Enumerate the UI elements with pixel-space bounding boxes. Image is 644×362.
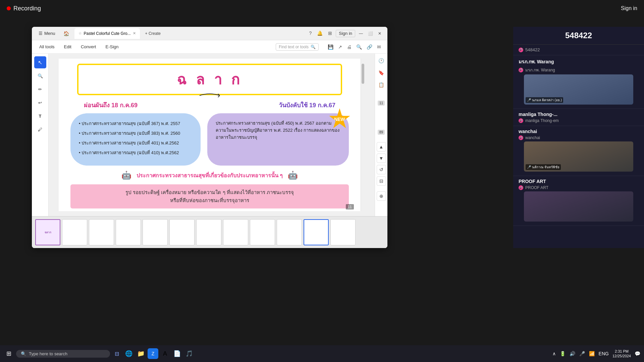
- strip-thumb-9[interactable]: [250, 219, 275, 245]
- new-tab-label: + Create: [145, 31, 161, 36]
- microphone-tray-icon[interactable]: 🎤: [578, 350, 586, 357]
- task-view-button[interactable]: ⊟: [111, 348, 122, 359]
- highlight-tool[interactable]: 🖊: [34, 123, 46, 135]
- bookmark-icon: ☆: [78, 31, 82, 36]
- search-placeholder: Find text or tools: [279, 45, 309, 49]
- slide-viewport: ฉ ล า ก ผ่อนผันถึง 18 ก.ค.69 วันบังคับใช…: [49, 54, 375, 216]
- tab-close-button[interactable]: ✕: [133, 31, 136, 36]
- mail-icon[interactable]: ✉: [376, 43, 382, 51]
- esign-button[interactable]: E-Sign: [103, 43, 120, 51]
- recording-label: Recording: [13, 5, 41, 12]
- file-explorer-button[interactable]: 📁: [136, 348, 146, 359]
- participant-count-number: 548422: [565, 31, 592, 40]
- refresh-button[interactable]: ↺: [377, 165, 386, 174]
- character-left-icon: 🤖: [121, 171, 131, 180]
- zoom-panel: 548422 🎤 548422 มรภ.กพ. Warang 🎤 มรภ.กพ.…: [513, 27, 644, 248]
- expand-tray-icon[interactable]: ∧: [551, 350, 557, 357]
- system-clock[interactable]: 2:31 PM 12/25/2024: [612, 349, 631, 359]
- menu-button[interactable]: ☰ Menu: [36, 29, 58, 37]
- share-icon[interactable]: ↗: [337, 43, 343, 51]
- warang-mic-icon: 🎤: [527, 98, 531, 102]
- zoom-out-button[interactable]: ⊟: [377, 176, 386, 186]
- right-box-text: ประกาศกระทรวงสาธารณสุข (ฉบับที่ 450) พ.ศ…: [216, 120, 340, 141]
- browser-titlebar: ☰ Menu 🏠 ☆ Pastel Colorful Cute Gro... ✕…: [32, 27, 387, 40]
- help-icon[interactable]: ?: [307, 30, 313, 37]
- mic-icon-manliga: 🎤: [519, 118, 523, 123]
- undo-tool[interactable]: ↩: [34, 97, 46, 109]
- all-tools-button[interactable]: All tools: [37, 43, 57, 51]
- minimize-button[interactable]: —: [357, 30, 365, 37]
- zoom-in-button[interactable]: ⊕: [377, 191, 386, 201]
- strip-thumb-6[interactable]: [169, 219, 195, 245]
- bullet-item-4: ประกาศกระทรวงสาธารณสุข (ฉบับที่ 410) พ.ศ…: [79, 149, 192, 156]
- print-icon[interactable]: 🖨: [346, 43, 353, 51]
- speaker-icon[interactable]: 🔊: [569, 350, 576, 357]
- maximize-button[interactable]: ⬜: [367, 30, 374, 37]
- date-new: วันบังคับใช้ 19 ก.ค.67: [279, 100, 335, 110]
- bell-icon[interactable]: 🔔: [315, 30, 324, 37]
- save-icon[interactable]: 💾: [327, 43, 334, 51]
- strip-thumb-4[interactable]: [116, 219, 141, 245]
- scroll-up-button[interactable]: ▲: [377, 142, 386, 152]
- slide-scrollbar[interactable]: [361, 59, 365, 211]
- character-right-icon: 🤖: [288, 171, 298, 180]
- strip-thumb-10[interactable]: [277, 219, 302, 245]
- store-button[interactable]: A: [160, 348, 170, 359]
- browser-sign-in[interactable]: Sign in: [336, 30, 355, 37]
- notification-icon[interactable]: 💬: [634, 350, 641, 357]
- dates-row: ผ่อนผันถึง 18 ก.ค.69 วันบังคับใช้ 19 ก.ค…: [64, 100, 356, 110]
- home-button[interactable]: 🏠: [61, 29, 72, 38]
- strip-thumb-5[interactable]: [143, 219, 168, 245]
- link-icon[interactable]: 🔗: [366, 43, 373, 51]
- find-text-search[interactable]: Find text or tools 🔍: [276, 43, 319, 51]
- left-cloud-box: ประกาศกระทรวงสาธารณสุข (ฉบับที่ 367) พ.ศ…: [70, 113, 201, 166]
- lang-icon[interactable]: ENG: [598, 350, 610, 357]
- sign-in-top-button[interactable]: Sign in: [621, 5, 637, 11]
- mic-icon-warang: 🎤: [519, 68, 523, 72]
- strip-thumb-7[interactable]: [196, 219, 221, 245]
- powerpoint-button[interactable]: 🎵: [184, 348, 195, 359]
- convert-button[interactable]: Convert: [79, 43, 98, 51]
- warang-sub: 🎤 มรภ.กพ. Warang: [519, 67, 639, 73]
- clock-time: 2:31 PM: [612, 349, 631, 354]
- strip-thumb-1[interactable]: ฉลาก: [35, 219, 60, 245]
- clock-icon[interactable]: 🕐: [376, 56, 386, 66]
- person-entry-proofart: PROOF ART 🎤 PROOF ART: [513, 176, 644, 226]
- network-icon[interactable]: 📶: [588, 350, 596, 357]
- strip-thumb-3[interactable]: [89, 219, 114, 245]
- apps-icon[interactable]: ⊞: [326, 30, 334, 37]
- proofart-section-title: PROOF ART: [519, 179, 639, 184]
- close-button[interactable]: ✕: [376, 30, 383, 37]
- search-tool[interactable]: 🔍: [34, 70, 46, 82]
- wanchai-sub-name: wanchai: [525, 135, 540, 140]
- taskbar-search[interactable]: 🔍 Type here to search: [16, 350, 110, 358]
- person-entry-wanchai: wanchai 🎤 wanchai 🎤 นส์กาณ จันทร์พิชัย: [513, 126, 644, 176]
- bookmark-panel-icon[interactable]: 🔖: [376, 68, 386, 78]
- select-tool[interactable]: ↖: [34, 56, 46, 68]
- strip-thumb-12[interactable]: [330, 219, 356, 245]
- scrollbar-thumb: [362, 64, 364, 84]
- battery-icon[interactable]: 🔋: [559, 350, 567, 357]
- strip-thumb-2[interactable]: [62, 219, 87, 245]
- window-controls: ? 🔔 ⊞ Sign in — ⬜ ✕: [307, 30, 383, 37]
- slide-page-number: 11: [346, 204, 354, 209]
- edit-button[interactable]: Edit: [62, 43, 73, 51]
- strip-thumb-8[interactable]: [223, 219, 248, 245]
- copy-icon[interactable]: 📋: [376, 80, 386, 90]
- browser-tab[interactable]: ☆ Pastel Colorful Cute Gro... ✕: [74, 28, 140, 39]
- menu-label: Menu: [44, 31, 55, 36]
- new-tab-button[interactable]: + Create: [143, 30, 163, 37]
- acrobat-button[interactable]: 📄: [172, 348, 182, 359]
- windows-start-button[interactable]: ⊞: [3, 348, 15, 360]
- zoom-app-button[interactable]: Z: [148, 348, 158, 359]
- search-icon: 🔍: [311, 45, 316, 49]
- zoom-icon[interactable]: 🔍: [355, 43, 363, 51]
- edge-button[interactable]: 🌐: [123, 348, 134, 359]
- strip-thumb-11[interactable]: [304, 219, 329, 245]
- mic-icon-wanchai: 🎤: [519, 135, 523, 140]
- scroll-down-button[interactable]: ▼: [377, 154, 386, 163]
- pencil-tool[interactable]: ✏: [34, 83, 46, 95]
- mic-icon-proofart: 🎤: [519, 185, 523, 190]
- text-tool[interactable]: T: [34, 110, 46, 122]
- person-sub-1: 🎤 548422: [519, 47, 639, 52]
